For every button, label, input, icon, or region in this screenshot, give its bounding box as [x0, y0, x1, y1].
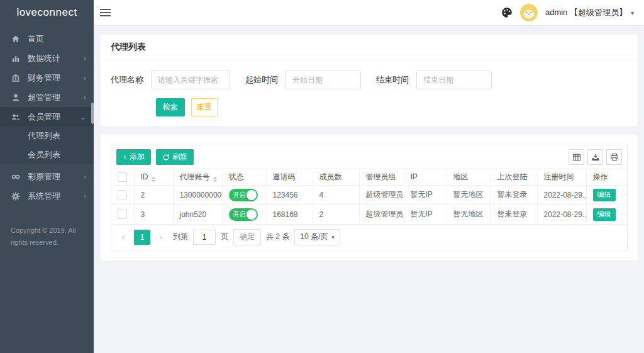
cell-last-login: 暂未登录: [491, 185, 537, 205]
agent-name-input[interactable]: [151, 70, 230, 89]
sidebar-subitem-label: 代理列表: [28, 130, 60, 142]
goto-suffix: 页: [221, 232, 228, 242]
select-all-checkbox[interactable]: [118, 172, 127, 182]
sidebar-item-stats[interactable]: 数据统计 ›: [0, 48, 94, 68]
status-toggle[interactable]: 开启: [229, 208, 258, 221]
next-page-button[interactable]: ›: [154, 230, 168, 245]
sort-icon[interactable]: [213, 177, 217, 182]
chevron-right-icon: ›: [84, 94, 86, 101]
sidebar-item-label: 财务管理: [28, 72, 60, 84]
table-header-row: ID 代理账号 状态 邀请码 成员数 管理员组 IP 地区 上次登陆 注册时间 …: [111, 169, 627, 185]
col-members: 成员数: [313, 169, 359, 185]
sidebar-item-label: 系统管理: [28, 191, 60, 202]
cell-reg-time: 2022-08-29...: [537, 185, 586, 205]
sidebar-item-label: 超管管理: [28, 92, 60, 103]
reset-button[interactable]: 重置: [191, 98, 218, 116]
goto-page-input[interactable]: [193, 230, 216, 245]
theme-icon[interactable]: [501, 7, 513, 18]
sidebar-item-system[interactable]: 系统管理 ›: [0, 186, 94, 206]
start-time-group: 起始时间: [245, 70, 361, 89]
search-button[interactable]: 检索: [156, 98, 185, 116]
agents-table: ID 代理账号 状态 邀请码 成员数 管理员组 IP 地区 上次登陆 注册时间 …: [111, 169, 627, 225]
col-reg-time: 注册时间: [537, 169, 586, 185]
col-account[interactable]: 代理账号: [173, 169, 222, 185]
sidebar-item-admins[interactable]: 超管管理 ›: [0, 87, 94, 107]
add-button[interactable]: + 添加: [116, 149, 151, 165]
cell-invite-code: 168168: [266, 205, 313, 224]
agent-name-group: 代理名称: [111, 70, 230, 89]
gear-icon: [11, 191, 20, 201]
filter-columns-button[interactable]: [569, 149, 584, 165]
bar-chart-icon: [11, 53, 20, 63]
filter-form: 代理名称 起始时间 结束时间 检索 重置: [101, 60, 638, 126]
end-date-input[interactable]: [416, 70, 492, 89]
status-label: 开启: [233, 191, 246, 199]
col-id[interactable]: ID: [134, 169, 173, 185]
cell-ip: 暂无IP: [404, 185, 447, 205]
table-card: + 添加 刷新: [101, 135, 638, 261]
more-actions-ellipsis: ···: [621, 190, 627, 199]
page-number-button[interactable]: 1: [134, 230, 150, 245]
cell-id: 3: [134, 205, 173, 224]
cell-region: 暂无地区: [447, 205, 491, 224]
table-tools: [569, 149, 622, 165]
members-submenu: 代理列表 会员列表: [0, 126, 94, 164]
columns-icon: [572, 153, 581, 162]
edit-button[interactable]: 编辑: [593, 189, 616, 201]
row-checkbox[interactable]: [118, 190, 127, 199]
status-toggle[interactable]: 开启: [229, 189, 258, 201]
sidebar-item-finance[interactable]: 财务管理 ›: [0, 68, 94, 87]
username-text: admin 【超级管理员】: [545, 7, 627, 18]
col-actions: 操作: [586, 169, 627, 185]
per-page-select[interactable]: 10 条/页 ▾: [294, 229, 340, 245]
chevron-right-icon: ›: [84, 173, 86, 181]
more-actions-ellipsis: ···: [621, 210, 627, 218]
cell-invite-code: 123456: [266, 185, 313, 205]
avatar[interactable]: [520, 4, 538, 21]
prev-page-button[interactable]: ‹: [116, 230, 130, 245]
add-button-label: 添加: [130, 152, 145, 162]
edit-button[interactable]: 编辑: [593, 208, 616, 221]
goto-confirm-button[interactable]: 确定: [233, 229, 261, 245]
cell-id: 2: [134, 185, 173, 205]
filter-card: 代理列表 代理名称 起始时间 结束时间 检索 重置: [101, 35, 638, 126]
sort-icon[interactable]: [152, 177, 155, 182]
start-time-label: 起始时间: [245, 74, 278, 86]
caret-down-icon: ▾: [631, 9, 634, 16]
cell-member-count: 2: [313, 205, 359, 224]
collapse-menu-icon[interactable]: [100, 3, 119, 22]
total-count: 共 2 条: [266, 232, 289, 242]
topbar: admin 【超级管理员】 ▾: [94, 0, 644, 26]
col-ip: IP: [404, 169, 447, 185]
refresh-button[interactable]: 刷新: [156, 149, 194, 165]
sidebar-subitem-member-list[interactable]: 会员列表: [0, 145, 94, 164]
per-page-value: 10 条/页: [300, 232, 328, 242]
sidebar: loveconnect 首页 数据统计 › 财务管理 › 超: [0, 0, 94, 353]
copyright-text: Copyright © 2019. All rights reserved.: [11, 225, 85, 248]
cell-account: john520: [173, 205, 222, 224]
start-date-input[interactable]: [286, 70, 361, 89]
sidebar-item-label: 会员管理: [28, 111, 60, 123]
table-container: + 添加 刷新: [111, 145, 628, 250]
row-checkbox[interactable]: [118, 210, 127, 219]
toggle-knob: [247, 190, 257, 200]
status-label: 开启: [233, 210, 246, 219]
sidebar-item-lottery[interactable]: 彩票管理 ›: [0, 167, 94, 186]
user-menu[interactable]: admin 【超级管理员】 ▾: [545, 7, 634, 18]
user-icon: [11, 92, 20, 102]
refresh-icon: [162, 154, 170, 161]
printer-icon: [610, 153, 619, 162]
app-logo: loveconnect: [0, 0, 94, 25]
export-button[interactable]: [587, 149, 603, 165]
chevron-down-icon: ⌄: [80, 113, 86, 121]
print-button[interactable]: [606, 149, 622, 165]
sidebar-subitem-agent-list[interactable]: 代理列表: [0, 126, 94, 145]
table-row: 3 john520 开启 168168 2 超级管理员 暂无IP 暂无地区: [111, 205, 627, 224]
page-title: 代理列表: [101, 35, 638, 60]
sidebar-item-members[interactable]: 会员管理 ⌄: [0, 107, 94, 126]
sidebar-nav: 首页 数据统计 › 财务管理 › 超管管理 ›: [0, 29, 94, 206]
caret-down-icon: ▾: [331, 234, 335, 240]
users-icon: [11, 112, 20, 121]
refresh-button-label: 刷新: [172, 152, 187, 162]
sidebar-item-home[interactable]: 首页: [0, 29, 94, 48]
